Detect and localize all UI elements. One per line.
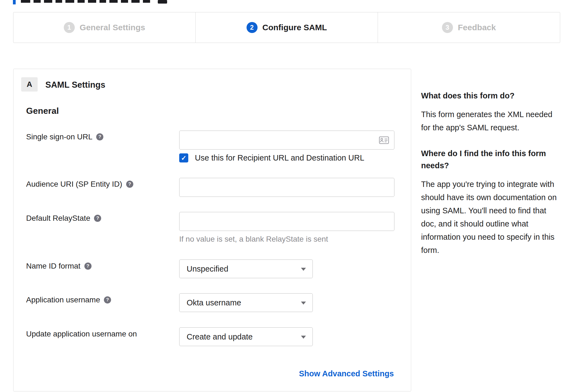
recipient-url-checkbox-row: ✓ Use this for Recipient URL and Destina…: [179, 153, 364, 162]
relaystate-input[interactable]: [179, 212, 394, 231]
chevron-down-icon: [301, 302, 306, 305]
nameid-format-select[interactable]: Unspecified: [179, 260, 313, 278]
sso-url-input[interactable]: [179, 131, 394, 150]
cropped-title-fragment: [109, 0, 118, 3]
cropped-title-fragment: [56, 0, 62, 3]
update-username-label: Update application username on: [26, 330, 137, 338]
panel-title: SAML Settings: [45, 80, 105, 90]
relaystate-label-text: Default RelayState: [26, 214, 90, 223]
recipient-url-checkbox[interactable]: ✓: [179, 153, 188, 162]
cropped-icon-fragment: [158, 0, 167, 4]
nameid-format-help-icon[interactable]: ?: [84, 263, 92, 270]
help-question-1: What does this form do?: [421, 90, 560, 102]
step-number-badge: 2: [247, 22, 258, 33]
step-number-badge: 1: [64, 22, 75, 33]
saml-settings-panel: A SAML Settings General Single sign-on U…: [13, 69, 411, 391]
audience-uri-help-icon[interactable]: ?: [126, 181, 133, 188]
audience-uri-input[interactable]: [179, 178, 394, 197]
cropped-title-fragment: [88, 0, 96, 3]
app-username-label: Application username ?: [26, 296, 111, 304]
wizard-stepper: 1 General Settings 2 Configure SAML 3 Fe…: [13, 12, 560, 43]
relaystate-label: Default RelayState ?: [26, 214, 101, 223]
sso-url-label: Single sign-on URL ?: [26, 132, 103, 141]
chevron-down-icon: [301, 336, 306, 339]
cropped-title-fragment: [44, 0, 52, 3]
cropped-title-fragment: [21, 0, 30, 3]
app-username-select[interactable]: Okta username: [179, 293, 313, 312]
cropped-title-fragment: [143, 0, 150, 3]
cropped-title-fragment: [78, 0, 85, 3]
cropped-title-fragment: [131, 0, 140, 3]
recipient-url-checkbox-label: Use this for Recipient URL and Destinati…: [195, 153, 364, 162]
cropped-title-fragment: [34, 0, 41, 3]
chevron-down-icon: [301, 268, 306, 271]
help-answer-1: This form generates the XML needed for t…: [421, 108, 560, 134]
help-column: What does this form do? This form genera…: [421, 90, 560, 270]
show-advanced-settings-link[interactable]: Show Advanced Settings: [299, 369, 394, 378]
help-question-2: Where do I find the info this form needs…: [421, 147, 560, 172]
step-number-badge: 3: [442, 22, 453, 33]
nameid-format-label: Name ID format ?: [26, 262, 92, 270]
cropped-title-fragment: [99, 0, 106, 3]
audience-uri-label: Audience URI (SP Entity ID) ?: [26, 180, 133, 189]
general-section-heading: General: [26, 106, 59, 116]
relaystate-hint: If no value is set, a blank RelayState i…: [179, 235, 328, 244]
step-label: Configure SAML: [262, 23, 327, 32]
cropped-title-fragment: [121, 0, 128, 3]
cropped-title-fragment: [65, 0, 74, 3]
cropped-title-fragment: [13, 0, 16, 4]
update-username-label-text: Update application username on: [26, 330, 137, 338]
sso-url-help-icon[interactable]: ?: [96, 133, 103, 140]
nameid-format-value: Unspecified: [187, 264, 228, 274]
sso-url-label-text: Single sign-on URL: [26, 132, 92, 141]
nameid-format-label-text: Name ID format: [26, 262, 81, 270]
app-username-help-icon[interactable]: ?: [104, 296, 111, 303]
relaystate-help-icon[interactable]: ?: [94, 215, 101, 222]
app-username-label-text: Application username: [26, 296, 100, 304]
update-username-value: Create and update: [187, 332, 253, 341]
sso-url-input-wrap: [179, 131, 394, 150]
step-label: Feedback: [458, 23, 496, 32]
help-answer-2: The app you're trying to integrate with …: [421, 178, 560, 257]
audience-uri-label-text: Audience URI (SP Entity ID): [26, 180, 122, 189]
step-general-settings[interactable]: 1 General Settings: [13, 12, 196, 43]
step-label: General Settings: [80, 23, 145, 32]
step-feedback[interactable]: 3 Feedback: [378, 12, 560, 43]
section-a-badge: A: [21, 77, 38, 92]
app-username-value: Okta username: [187, 298, 241, 307]
update-username-select[interactable]: Create and update: [179, 327, 313, 346]
step-configure-saml[interactable]: 2 Configure SAML: [196, 12, 378, 43]
